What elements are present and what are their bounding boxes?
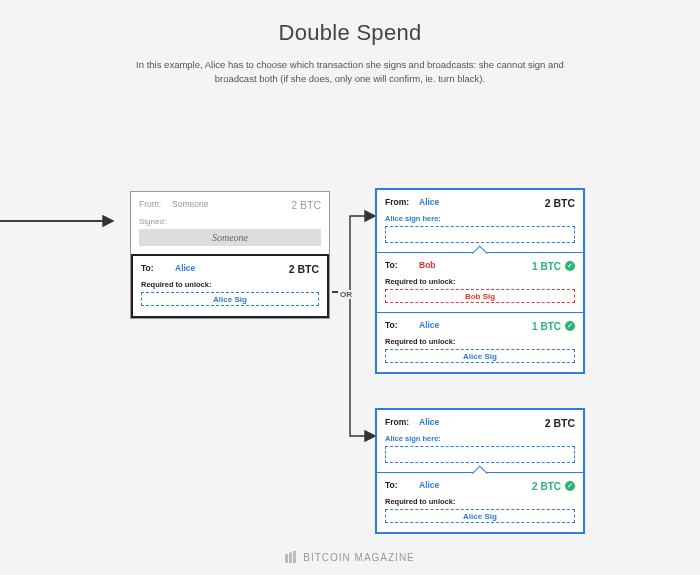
sign-here-label: Alice sign here: — [385, 214, 575, 223]
check-icon: ✓ — [565, 321, 575, 331]
from-label: From: — [385, 417, 415, 427]
from-label: From: — [385, 197, 415, 207]
tx-original: From: Someone 2 BTC Signed: Someone To: … — [130, 191, 330, 319]
notch-icon — [470, 252, 490, 258]
from-label: From: — [139, 199, 169, 209]
svg-rect-3 — [293, 551, 296, 563]
diagram-canvas: OR From: Someone 2 BTC Signed: Someone T… — [0, 86, 700, 575]
to-value: Alice — [419, 320, 439, 330]
sign-here-field — [385, 446, 575, 463]
opt2-out1: To: Alice 2 BTC ✓ Required to unlock: Al… — [377, 472, 583, 532]
from-amount: 2 BTC — [545, 417, 575, 429]
footer-branding: BITCOIN MAGAZINE — [0, 551, 700, 565]
opt1-from: From: Alice 2 BTC Alice sign here: — [377, 190, 583, 252]
arrows — [0, 86, 700, 575]
to-label: To: — [385, 320, 415, 330]
opt2-from: From: Alice 2 BTC Alice sign here: — [377, 410, 583, 472]
unlock-sig-field: Bob Sig — [385, 289, 575, 303]
out-amount: 1 BTC — [532, 261, 561, 272]
publisher-logo-icon — [285, 551, 299, 565]
page-title: Double Spend — [0, 20, 700, 46]
out-amount: 2 BTC — [532, 481, 561, 492]
notch-icon — [470, 472, 490, 478]
to-label: To: — [385, 480, 415, 490]
out-amount: 1 BTC — [532, 321, 561, 332]
tx-option-2: From: Alice 2 BTC Alice sign here: To: A… — [375, 408, 585, 534]
from-amount: 2 BTC — [291, 199, 321, 211]
check-icon: ✓ — [565, 481, 575, 491]
or-label: OR — [338, 290, 354, 299]
required-label: Required to unlock: — [141, 280, 319, 289]
check-icon: ✓ — [565, 261, 575, 271]
unlock-sig-field: Alice Sig — [385, 509, 575, 523]
required-label: Required to unlock: — [385, 337, 575, 346]
required-label: Required to unlock: — [385, 277, 575, 286]
svg-rect-2 — [289, 553, 292, 564]
tx-original-from: From: Someone 2 BTC Signed: Someone — [131, 192, 329, 254]
unlock-sig-field: Alice Sig — [385, 349, 575, 363]
page-description: In this example, Alice has to choose whi… — [135, 58, 565, 86]
to-value: Bob — [419, 260, 436, 270]
required-label: Required to unlock: — [385, 497, 575, 506]
signed-label: Signed: — [139, 217, 321, 226]
opt1-out2: To: Alice 1 BTC ✓ Required to unlock: Al… — [377, 312, 583, 372]
to-value: Alice — [419, 480, 439, 490]
sign-here-label: Alice sign here: — [385, 434, 575, 443]
unlock-sig-field: Alice Sig — [141, 292, 319, 306]
from-value: Someone — [172, 199, 208, 209]
to-value: Alice — [175, 263, 195, 273]
to-amount: 2 BTC — [289, 263, 319, 275]
signature-bar: Someone — [139, 229, 321, 246]
sign-here-field — [385, 226, 575, 243]
opt1-out1: To: Bob 1 BTC ✓ Required to unlock: Bob … — [377, 252, 583, 312]
from-amount: 2 BTC — [545, 197, 575, 209]
svg-rect-1 — [285, 554, 288, 563]
footer-text: BITCOIN MAGAZINE — [303, 552, 415, 563]
to-label: To: — [141, 263, 171, 273]
to-label: To: — [385, 260, 415, 270]
tx-original-to: To: Alice 2 BTC Required to unlock: Alic… — [131, 254, 329, 318]
from-value: Alice — [419, 417, 439, 427]
from-value: Alice — [419, 197, 439, 207]
tx-option-1: From: Alice 2 BTC Alice sign here: To: B… — [375, 188, 585, 374]
